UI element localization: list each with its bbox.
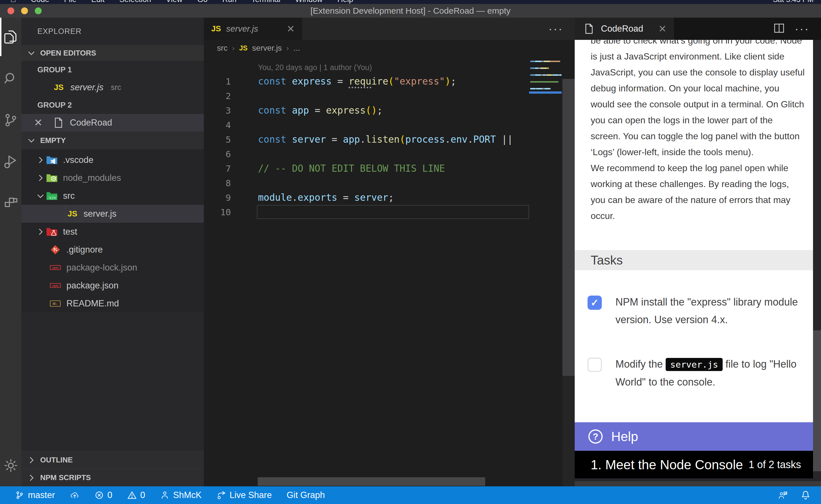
tree-item--gitignore[interactable]: .gitignore [21,241,204,259]
codelens-blame[interactable]: You, 20 days ago | 1 author (You) [204,61,575,74]
webview-scrollbar-thumb[interactable] [813,330,821,471]
status-item-0[interactable]: 0 [94,490,112,500]
help-accordion[interactable]: ? Help [575,422,813,451]
feedback-icon[interactable] [778,490,788,500]
close-window-button[interactable] [7,7,14,14]
status-item-shmck[interactable]: ShMcK [160,490,201,500]
tree-item-readme-md[interactable]: M↓README.md [21,294,204,312]
tree-item-node-modules[interactable]: JSnode_modules [21,169,204,187]
menu-item-terminal[interactable]: Terminal [252,0,281,4]
settings-gear-icon[interactable] [3,458,19,473]
line-number[interactable]: 4 [204,120,247,130]
git-icon [49,243,62,256]
minimap[interactable] [529,61,561,103]
code-line-7[interactable]: 7// -- DO NOT EDIT BELOW THIS LINE [204,161,575,176]
split-editor-icon[interactable] [773,22,785,35]
breadcrumb[interactable]: src › JS server.js › ... [204,40,575,56]
breadcrumb-symbol[interactable]: ... [293,44,300,53]
code-line-1[interactable]: 1const express = require("express"); [204,74,575,89]
window-title: [Extension Development Host] - CodeRoad … [0,4,821,18]
tab-coderoad[interactable]: CodeRoad ✕ [575,18,674,40]
code-line-10[interactable]: 10 [204,205,575,219]
open-editor-item-server.js[interactable]: JSserver.jssrc [21,79,204,96]
tree-item--vscode[interactable]: .vscode [21,151,204,169]
line-number[interactable]: 1 [204,76,247,87]
extensions-icon[interactable] [3,196,18,211]
outline-section[interactable]: OUTLINE [21,451,204,469]
menu-item-edit[interactable]: Edit [91,0,105,4]
line-number[interactable]: 2 [204,91,247,101]
code-text: const server = app.listen(process.env.PO… [247,134,513,145]
code-line-3[interactable]: 3const app = express(); [204,103,575,118]
bell-icon[interactable] [800,490,811,500]
folder-vscode-icon [45,153,58,167]
code-line-2[interactable]: 2 [204,89,575,103]
panel-scrollbar-track[interactable] [562,79,575,376]
chevron-right-icon [36,227,45,237]
line-number[interactable]: 8 [204,178,247,188]
menu-item-file[interactable]: File [64,0,77,4]
status-bar-right [778,490,811,500]
tree-item-package-lock-json[interactable]: npmpackage-lock.json [21,259,204,276]
workspace-section[interactable]: EMPTY [21,132,204,149]
close-tab-icon[interactable]: ✕ [287,23,295,34]
task-checkbox-checked[interactable]: ✓ [587,296,602,310]
line-number[interactable]: 5 [204,134,247,145]
search-icon[interactable] [3,71,18,86]
menu-item-selection[interactable]: Selection [119,0,151,4]
line-number[interactable]: 6 [204,149,247,159]
status-item-cloud-upload[interactable] [70,490,79,500]
open-editor-item-coderoad[interactable]: ✕CodeRoad [21,114,204,132]
sidebar-bottom-sections: OUTLINE NPM SCRIPTS [21,451,204,486]
status-item-git-graph[interactable]: Git Graph [287,490,325,500]
webview-scrollbar[interactable] [813,40,821,481]
tab-server-js[interactable]: JS server.js ✕ [204,18,302,40]
line-number[interactable]: 7 [204,163,247,174]
cloud-upload-icon [70,490,79,500]
status-bar-left: master00ShMcKLive ShareGit Graph [15,490,340,500]
tree-item-src[interactable]: </>src [21,187,204,205]
menu-item-go[interactable]: Go [197,0,208,4]
menu-item-code[interactable]: Code [31,0,49,4]
explorer-icon[interactable] [3,30,18,44]
menu-item-window[interactable]: Window [295,0,323,4]
tree-item-server-js[interactable]: JSserver.js [21,205,204,223]
breadcrumb-file[interactable]: server.js [252,44,282,53]
code-line-8[interactable]: 8 [204,176,575,190]
breadcrumb-src[interactable]: src [217,44,228,53]
menu-item-view[interactable]: View [166,0,182,4]
code-line-4[interactable]: 4 [204,118,575,132]
maximize-window-button[interactable] [35,7,42,14]
npm-icon: npm [49,279,62,292]
panel-scrollbar-track-lower[interactable] [562,376,575,486]
code-line-5[interactable]: 5const server = app.listen(process.env.P… [204,132,575,147]
status-item-master[interactable]: master [15,490,55,500]
close-editor-icon[interactable]: ✕ [34,117,46,129]
horizontal-scrollbar[interactable] [258,477,485,486]
macos-menu-bar[interactable]: CodeFileEditSelectionViewGoRunTerminalW… [0,0,821,4]
code-editor[interactable]: 1const express = require("express");23co… [204,74,575,219]
menu-item-help[interactable]: Help [338,0,354,4]
source-control-icon[interactable] [3,113,18,128]
close-tab-icon[interactable]: ✕ [659,23,667,34]
code-line-9[interactable]: 9module.exports = server; [204,190,575,205]
more-actions-icon[interactable]: ··· [548,18,563,40]
menu-item-run[interactable]: Run [223,0,237,4]
line-number[interactable]: 9 [204,192,247,203]
status-item-0[interactable]: 0 [127,490,145,500]
line-number[interactable]: 10 [204,207,247,217]
line-number[interactable]: 3 [204,105,247,116]
minimize-window-button[interactable] [21,7,28,14]
more-actions-icon[interactable]: ··· [795,18,810,40]
npm-scripts-section[interactable]: NPM SCRIPTS [21,469,204,486]
inline-code-chip: server.js [666,358,723,371]
tree-item-package-json[interactable]: npmpackage.json [21,276,204,294]
tree-item-test[interactable]: test [21,223,204,241]
run-debug-icon[interactable] [3,154,18,169]
status-item-live-share[interactable]: Live Share [217,490,272,500]
task-checkbox-unchecked[interactable] [587,358,602,372]
editor-name: server.js [70,82,103,93]
question-mark-icon: ? [588,429,602,444]
code-line-6[interactable]: 6 [204,147,575,161]
open-editors-section[interactable]: OPEN EDITORS [21,45,204,61]
